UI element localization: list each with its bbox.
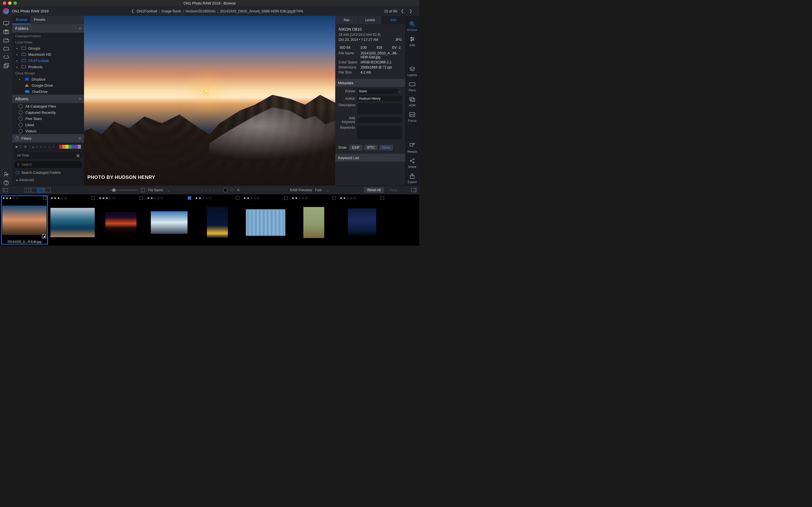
preset-select[interactable]: None bbox=[357, 89, 397, 94]
metadata-header[interactable]: Metadata bbox=[335, 79, 405, 87]
view-single[interactable] bbox=[31, 188, 37, 192]
reset-all-button[interactable]: Reset All bbox=[364, 187, 384, 193]
raw-speed-dropdown-icon[interactable]: ⌵ bbox=[324, 188, 330, 192]
breadcrumb-part[interactable]: Image Bank bbox=[161, 9, 181, 13]
heart-fill-icon[interactable]: ♥ bbox=[15, 145, 18, 149]
mode-pano[interactable]: Pano bbox=[405, 79, 419, 94]
keywords-field[interactable] bbox=[357, 126, 402, 139]
copies-icon[interactable] bbox=[3, 63, 9, 68]
mode-resize[interactable]: Resize bbox=[405, 141, 419, 155]
albums-header[interactable]: Albums + bbox=[12, 95, 84, 103]
album-all-cataloged[interactable]: All Cataloged Files bbox=[12, 103, 84, 109]
help-icon[interactable] bbox=[3, 180, 9, 185]
rating-control[interactable]: ☆☆☆☆☆ bbox=[200, 188, 220, 192]
monitor-icon[interactable] bbox=[3, 21, 9, 26]
mode-focus[interactable]: Focus bbox=[405, 110, 419, 124]
show-iptc-button[interactable]: IPTC bbox=[364, 145, 377, 151]
drive-groups[interactable]: ▸Groups bbox=[12, 45, 84, 51]
breadcrumb-back[interactable]: ❮ bbox=[130, 9, 136, 13]
rating-gte-icon[interactable]: ≥ bbox=[32, 145, 34, 149]
mode-browse[interactable]: Browse bbox=[405, 19, 419, 33]
album-videos[interactable]: Videos bbox=[12, 128, 84, 134]
thumbnail[interactable]: ★★☆☆☆ bbox=[290, 195, 337, 244]
filters-header[interactable]: Filters ⟲ bbox=[12, 134, 84, 143]
filmstrip[interactable]: ★★★☆☆ ◢ 20141020_D...R-Edit.jpg ★★★☆☆ ★★… bbox=[0, 194, 419, 245]
minimize-window[interactable] bbox=[8, 1, 11, 5]
show-exif-button[interactable]: EXIF bbox=[349, 145, 363, 151]
add-folder-icon[interactable]: + bbox=[79, 26, 81, 31]
power-icon[interactable] bbox=[15, 136, 19, 140]
add-album-icon[interactable]: + bbox=[79, 96, 81, 101]
thumbnail-size-slider[interactable] bbox=[110, 189, 138, 191]
drive-on1football[interactable]: ▸ON1Football bbox=[12, 57, 84, 64]
color-label-picker[interactable] bbox=[223, 188, 227, 192]
like-toggle[interactable]: ♡ bbox=[230, 187, 234, 193]
calendar-icon[interactable]: ▦ bbox=[77, 154, 80, 158]
drive-macintosh-hd[interactable]: ▸Macintosh HD bbox=[12, 51, 84, 57]
view-compare[interactable] bbox=[45, 188, 51, 192]
album-captured-recently[interactable]: Captured Recently bbox=[12, 109, 84, 115]
folders-header[interactable]: Folders + bbox=[12, 24, 84, 33]
sort-checkbox[interactable] bbox=[141, 188, 145, 192]
cloud-icon[interactable] bbox=[3, 55, 9, 60]
sort-by-label[interactable]: File Name bbox=[148, 188, 163, 192]
tab-presets[interactable]: Presets bbox=[31, 16, 49, 24]
keyword-list-header[interactable]: Keyword List bbox=[335, 154, 405, 162]
description-field[interactable] bbox=[357, 103, 402, 114]
thumbnail[interactable]: ★★☆☆☆ bbox=[339, 195, 385, 244]
tab-browse[interactable]: Browse bbox=[12, 16, 31, 24]
mode-share[interactable]: Share bbox=[405, 156, 419, 170]
reject-icon[interactable]: ✕ bbox=[24, 144, 28, 149]
cloud-onedrive[interactable]: OneDrive bbox=[12, 89, 84, 95]
maximize-window[interactable] bbox=[13, 1, 17, 5]
show-none-button[interactable]: None bbox=[379, 145, 393, 151]
camera-icon[interactable] bbox=[3, 29, 9, 34]
album-liked[interactable]: Liked bbox=[12, 122, 84, 128]
drive-icon[interactable] bbox=[3, 46, 9, 51]
left-panel-toggle[interactable] bbox=[3, 188, 8, 192]
thumbnail[interactable]: ★★☆☆☆ bbox=[194, 195, 241, 244]
breadcrumb-part[interactable]: Hudson2018Shots bbox=[186, 9, 216, 13]
thumbnail[interactable]: ★★☆☆☆ bbox=[146, 195, 192, 244]
search-cataloged-radio[interactable]: Search Cataloged Folders bbox=[12, 169, 84, 176]
advanced-toggle[interactable]: ▸ Advanced bbox=[12, 176, 84, 184]
reject-toggle[interactable]: ✕ bbox=[237, 187, 240, 193]
cloud-gdrive[interactable]: Google Drive bbox=[12, 82, 84, 89]
heart-outline-icon[interactable]: ♡ bbox=[19, 144, 22, 149]
mode-hdr[interactable]: HDR bbox=[405, 95, 419, 109]
tab-levels[interactable]: Levels bbox=[359, 16, 382, 24]
tab-nav[interactable]: Nav bbox=[335, 16, 359, 24]
image-viewer[interactable]: PHOTO BY HUDSON HENRY bbox=[84, 16, 335, 185]
chevron-down-icon[interactable]: ⌵ bbox=[397, 89, 402, 94]
prev-image-button[interactable]: ❮ bbox=[399, 9, 406, 13]
thumbnail[interactable]: ★★★☆☆ bbox=[98, 195, 144, 244]
raw-preview-speed[interactable]: Fast bbox=[315, 188, 322, 192]
thumbnail[interactable]: ★★★☆☆ bbox=[49, 195, 96, 244]
album-five-stars[interactable]: Five Stars bbox=[12, 115, 84, 122]
folder-add-icon[interactable] bbox=[3, 38, 9, 43]
mode-layers[interactable]: Layers bbox=[405, 64, 419, 78]
search-field[interactable]: ⚲ bbox=[15, 161, 82, 168]
user-icon[interactable] bbox=[3, 172, 9, 177]
sort-dropdown-icon[interactable]: ⌵ bbox=[166, 188, 172, 192]
view-grid[interactable] bbox=[24, 188, 31, 192]
next-image-button[interactable]: ❯ bbox=[407, 9, 414, 13]
mode-export[interactable]: Export bbox=[405, 171, 419, 185]
mode-edit[interactable]: Edit bbox=[405, 34, 419, 48]
reset-filters-icon[interactable]: ⟲ bbox=[78, 136, 81, 140]
author-field[interactable]: Hudson Henry bbox=[357, 96, 402, 101]
thumbnail[interactable]: ★★☆☆☆ bbox=[242, 195, 289, 244]
sync-button[interactable]: Sync bbox=[387, 187, 400, 193]
search-input[interactable] bbox=[21, 163, 80, 166]
add-keyword-field[interactable] bbox=[357, 117, 402, 123]
color-filter-swatches[interactable] bbox=[59, 145, 81, 149]
view-filmstrip[interactable] bbox=[38, 188, 44, 192]
close-window[interactable] bbox=[3, 1, 6, 5]
right-panel-toggle[interactable] bbox=[411, 188, 416, 192]
tab-info[interactable]: Info bbox=[382, 16, 405, 24]
thumbnail[interactable]: ★★★☆☆ ◢ 20141020_D...R-Edit.jpg bbox=[1, 195, 48, 244]
cloud-dropbox[interactable]: ▸Dropbox bbox=[12, 76, 84, 82]
drive-products[interactable]: ▸Products bbox=[12, 64, 84, 70]
breadcrumb-part[interactable]: ON1Football bbox=[137, 9, 157, 13]
time-filter[interactable]: All Time ▦ bbox=[15, 152, 82, 159]
